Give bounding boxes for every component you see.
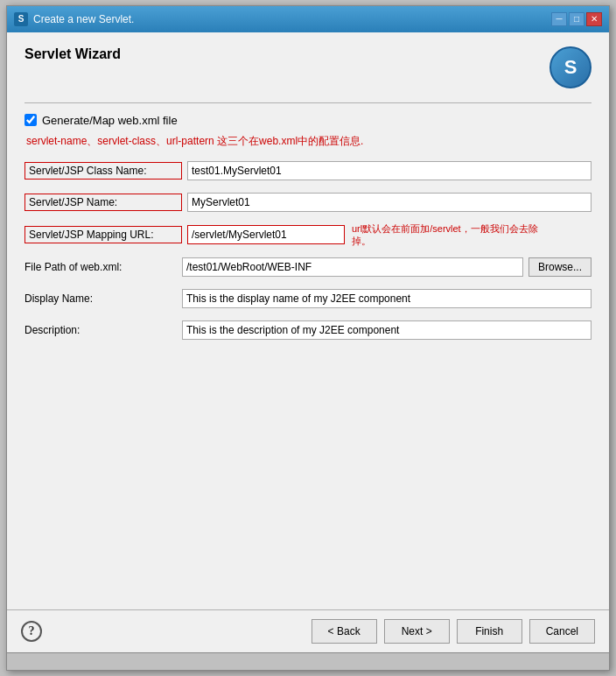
filepath-label: File Path of web.xml:	[24, 261, 182, 273]
filepath-input[interactable]	[182, 257, 523, 277]
generate-webxml-checkbox[interactable]	[24, 114, 37, 126]
display-name-row: Display Name:	[24, 287, 592, 310]
close-button[interactable]: ✕	[586, 12, 602, 26]
window-content: Servlet Wizard S Generate/Map web.xml fi…	[7, 32, 609, 610]
help-button[interactable]: ?	[21, 621, 42, 642]
class-name-label: Servlet/JSP Class Name:	[24, 162, 182, 180]
status-bar	[7, 652, 609, 670]
mapping-input-area: url默认会在前面加/servlet，一般我们会去除掉。	[187, 222, 592, 248]
class-name-input[interactable]	[187, 161, 592, 180]
wizard-title: Servlet Wizard	[24, 46, 121, 62]
finish-button[interactable]: Finish	[457, 619, 522, 644]
next-button[interactable]: Next >	[384, 619, 450, 644]
cancel-button[interactable]: Cancel	[529, 619, 595, 644]
servlet-name-label: Servlet/JSP Name:	[24, 194, 182, 211]
wizard-header: Servlet Wizard S	[24, 46, 592, 88]
dialog-window: S Create a new Servlet. ─ □ ✕ Servlet Wi…	[6, 5, 610, 672]
form-area: Generate/Map web.xml file servlet-name、s…	[24, 114, 592, 342]
title-bar-left: S Create a new Servlet.	[14, 12, 134, 26]
generate-webxml-label: Generate/Map web.xml file	[42, 114, 178, 127]
mapping-url-label: Servlet/JSP Mapping URL:	[24, 226, 182, 243]
button-bar: ? < Back Next > Finish Cancel	[7, 609, 609, 652]
display-name-label: Display Name:	[24, 292, 182, 305]
mapping-url-input[interactable]	[187, 225, 345, 244]
empty-area	[24, 350, 592, 595]
app-icon: S	[14, 12, 28, 26]
back-button[interactable]: < Back	[312, 619, 377, 644]
description-row: Description:	[24, 319, 592, 342]
mapping-note: url默认会在前面加/servlet，一般我们会去除掉。	[352, 222, 544, 248]
servlet-name-input[interactable]	[187, 193, 592, 212]
minimize-button[interactable]: ─	[551, 12, 567, 26]
annotation-text: servlet-name、servlet-class、url-pattern 这…	[24, 134, 592, 149]
divider	[24, 102, 592, 103]
title-bar: S Create a new Servlet. ─ □ ✕	[7, 6, 609, 32]
browse-button[interactable]: Browse...	[528, 257, 592, 277]
class-name-row: Servlet/JSP Class Name:	[24, 159, 592, 182]
filepath-row: File Path of web.xml: Browse...	[24, 256, 592, 278]
servlet-name-row: Servlet/JSP Name:	[24, 191, 592, 214]
generate-webxml-row: Generate/Map web.xml file	[24, 114, 592, 127]
nav-buttons: < Back Next > Finish Cancel	[312, 619, 595, 644]
display-name-input[interactable]	[182, 289, 592, 308]
mapping-url-row: Servlet/JSP Mapping URL: url默认会在前面加/serv…	[24, 222, 592, 248]
window-controls: ─ □ ✕	[551, 12, 602, 26]
window-title: Create a new Servlet.	[33, 13, 134, 25]
description-input[interactable]	[182, 320, 592, 340]
wizard-icon: S	[550, 46, 592, 88]
maximize-button[interactable]: □	[569, 12, 584, 26]
filepath-input-area: Browse...	[182, 257, 592, 277]
description-label: Description:	[24, 324, 182, 336]
